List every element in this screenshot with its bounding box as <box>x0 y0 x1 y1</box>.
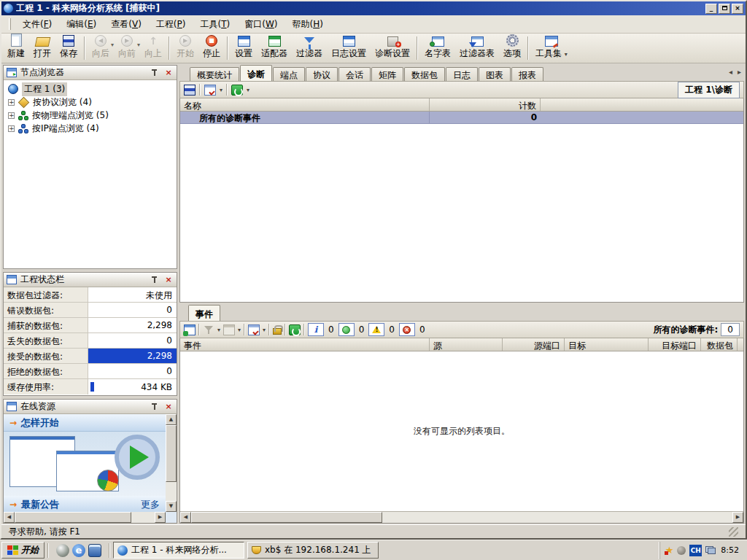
tab-scroll-right-button[interactable]: ▸ <box>738 68 741 76</box>
diagnosis-row-all-events[interactable]: 所有的诊断事件 0 <box>180 112 743 124</box>
tab-reports[interactable]: 报表 <box>511 67 543 81</box>
close-panel-icon[interactable]: × <box>163 275 174 285</box>
scroll-down-button[interactable]: ▼ <box>166 501 177 512</box>
tab-charts[interactable]: 图表 <box>479 67 511 81</box>
task-button-capsa[interactable]: 工程 1 - 科来网络分析... <box>113 542 244 559</box>
quick-launch-desktop-icon[interactable] <box>88 544 101 557</box>
tab-protocols[interactable]: 协议 <box>306 67 338 81</box>
tray-clock[interactable]: 8:52 <box>719 545 739 555</box>
toolbar-diagnosis-settings-button[interactable]: + 诊断设置 <box>371 34 414 62</box>
menu-tools[interactable]: 工具(T) <box>193 15 237 34</box>
toolbar-start-button[interactable]: ▶ 开始 <box>172 34 198 62</box>
toolbar-adapter-button[interactable]: 适配器 <box>257 34 292 62</box>
scroll-left-button[interactable]: ◀ <box>180 512 191 523</box>
start-button[interactable]: 开始 <box>1 542 44 559</box>
tab-conversations[interactable]: 会话 <box>338 67 371 81</box>
tray-ime-indicator[interactable]: CH <box>689 545 702 556</box>
toolbar-stop-button[interactable]: ■ 停止 <box>198 34 225 62</box>
tab-scroll-left-button[interactable]: ◂ <box>729 68 732 76</box>
export-save-button[interactable] <box>184 85 196 96</box>
toolbar-toolset-button[interactable]: 工具集 ▾ <box>531 34 572 62</box>
scrollbar-thumb[interactable] <box>191 512 382 523</box>
tab-matrix[interactable]: 矩阵 <box>371 67 403 81</box>
toolbar-filter-button[interactable]: 过滤器 <box>292 34 327 62</box>
menu-window[interactable]: 窗口(W) <box>237 15 285 34</box>
menu-project[interactable]: 工程(P) <box>149 15 193 34</box>
scroll-right-button[interactable]: ▶ <box>732 512 743 523</box>
error-events-toggle[interactable]: × <box>399 323 415 336</box>
tab-summary[interactable]: 概要统计 <box>190 67 239 81</box>
tab-events[interactable]: 事件 <box>188 305 220 321</box>
scroll-right-button[interactable]: ▶ <box>155 512 166 523</box>
export-events-button[interactable] <box>184 324 196 335</box>
event-filter-dropdown-icon[interactable]: ▾ <box>217 327 220 333</box>
tree-item-physical-endpoint[interactable]: + 按物理端点浏览 (5) <box>5 109 175 122</box>
pin-icon[interactable] <box>150 402 160 412</box>
expand-icon[interactable]: + <box>8 99 15 106</box>
close-button[interactable]: × <box>732 4 743 14</box>
pin-icon[interactable] <box>150 275 160 285</box>
tree-root-label[interactable]: 工程 1 (3) <box>22 82 67 96</box>
tree-item-project-root[interactable]: 工程 1 (3) <box>5 82 175 96</box>
tray-network-icon[interactable] <box>705 546 716 554</box>
warning-events-toggle[interactable] <box>368 323 384 336</box>
expand-icon[interactable]: + <box>8 125 15 132</box>
titlebar[interactable]: 工程 1 - 科来网络分析系统 [捕获中] _ × <box>1 1 746 15</box>
column-header-target[interactable]: 目标 <box>565 338 649 351</box>
pin-icon[interactable] <box>150 68 160 78</box>
toolbar-save-button[interactable]: 保存 <box>55 34 82 62</box>
lock-icon[interactable] <box>273 328 282 335</box>
tab-logs[interactable]: 日志 <box>446 67 478 81</box>
minimize-button[interactable]: _ <box>705 4 717 14</box>
refresh-button[interactable] <box>231 85 243 96</box>
toolbar-up-button[interactable]: ↑ 向上 <box>140 34 166 62</box>
menu-view[interactable]: 查看(V) <box>104 15 149 34</box>
toolbar-name-table-button[interactable]: 名字表 <box>420 34 455 62</box>
column-header-event[interactable]: 事件 <box>180 338 430 351</box>
tree-item-protocol[interactable]: + 按协议浏览 (4) <box>5 96 175 109</box>
column-header-source[interactable]: 源 <box>430 338 503 351</box>
online-horizontal-scrollbar[interactable]: ◀ ▶ <box>4 512 166 523</box>
menu-help[interactable]: 帮助(H) <box>285 15 330 34</box>
tutorial-video-thumbnail[interactable] <box>4 432 166 496</box>
toolbar-open-button[interactable]: 打开 <box>29 34 55 62</box>
play-button[interactable] <box>115 435 160 480</box>
display-filter-button[interactable] <box>204 85 216 96</box>
refresh-events-button[interactable] <box>289 324 301 335</box>
column-header-name[interactable]: 名称 <box>180 98 430 111</box>
event-filter-button-disabled[interactable] <box>203 324 214 335</box>
display-filter-dropdown-icon[interactable]: ▾ <box>220 87 222 93</box>
column-settings-dropdown-icon[interactable]: ▾ <box>238 327 241 333</box>
toolbar-back-button[interactable]: ◀ ▾ 向后 <box>88 34 114 62</box>
expand-icon[interactable]: + <box>8 112 15 119</box>
resize-grip[interactable] <box>729 527 738 537</box>
tab-endpoints[interactable]: 端点 <box>273 67 305 81</box>
scrollbar-thumb[interactable] <box>166 425 177 482</box>
menu-file[interactable]: 文件(F) <box>15 15 59 34</box>
tray-star-icon[interactable]: ★ <box>665 545 674 556</box>
close-panel-icon[interactable]: × <box>163 68 174 78</box>
diagnosis-grid-body[interactable] <box>180 124 743 302</box>
events-horizontal-scrollbar[interactable]: ◀ ▶ <box>180 511 743 523</box>
tab-packets[interactable]: 数据包 <box>404 67 445 81</box>
notice-events-toggle[interactable] <box>338 323 355 336</box>
scrollbar-thumb[interactable] <box>15 512 131 523</box>
quick-launch-colasoft-icon[interactable] <box>56 544 69 557</box>
display-options-button[interactable] <box>248 324 260 335</box>
toolbar-forward-button[interactable]: ▶ ▾ 向前 <box>114 34 140 62</box>
column-header-target-port[interactable]: 目标端口 <box>649 338 701 351</box>
toolbar-log-settings-button[interactable]: 日志设置 <box>327 34 371 62</box>
tab-diagnosis[interactable]: 诊断 <box>240 65 272 81</box>
toolbar-options-button[interactable]: 选项 <box>499 34 525 62</box>
task-button-remote[interactable]: xb$ 在 192.168.1.241 上 <box>247 542 379 559</box>
scroll-up-button[interactable]: ▲ <box>166 414 177 425</box>
info-events-toggle[interactable]: i <box>308 323 324 336</box>
column-header-packets[interactable]: 数据包 <box>701 338 738 351</box>
toolbar-new-button[interactable]: 新建 <box>3 34 29 62</box>
how-to-start-banner[interactable]: → 怎样开始 <box>4 414 166 432</box>
more-link[interactable]: 更多 <box>141 498 160 511</box>
restore-button[interactable] <box>719 4 730 14</box>
column-header-count[interactable]: 计数 <box>430 98 541 111</box>
tray-volume-icon[interactable] <box>677 546 686 555</box>
online-vertical-scrollbar[interactable]: ▲ ▼ <box>166 414 177 512</box>
